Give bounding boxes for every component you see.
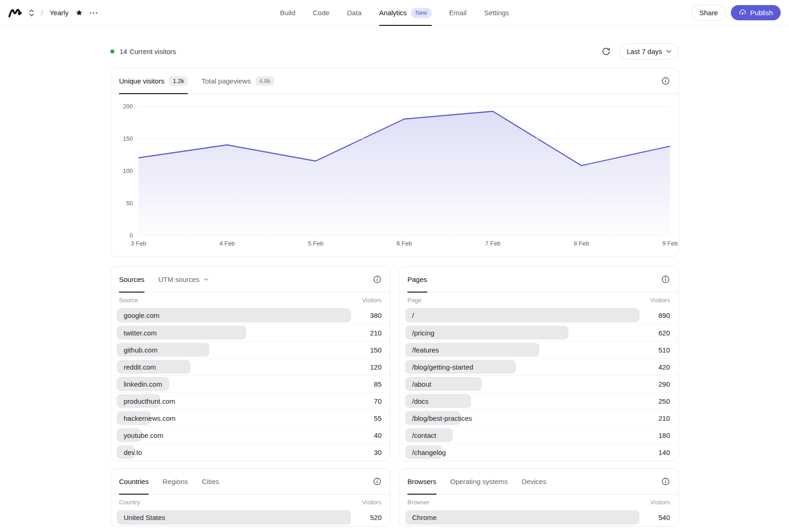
table-row-linkedin-com[interactable]: linkedin.com85 [111, 375, 390, 392]
metric-tab-total-pageviews[interactable]: Total pageviews4.8k [202, 68, 274, 94]
tab-cities[interactable]: Cities [202, 469, 219, 495]
tab-label: Countries [119, 478, 149, 485]
tab-label: Operating systems [450, 478, 508, 485]
nav-tab-data[interactable]: Data [347, 0, 362, 26]
table-row-producthunt-com[interactable]: producthunt.com70 [111, 392, 390, 409]
refresh-icon[interactable] [601, 47, 611, 56]
table-row-blog-best-practices[interactable]: /blog/best-practices210 [399, 409, 678, 426]
table-row-twitter-com[interactable]: twitter.com210 [111, 324, 390, 341]
row-label: /blog/best-practices [407, 414, 472, 422]
nav-actions: Share Publish [691, 5, 781, 21]
nav-tab-build[interactable]: Build [280, 0, 295, 26]
table-row-youtube-com[interactable]: youtube.com40 [111, 426, 390, 443]
visitors-chart-card: Unique visitors1.2kTotal pageviews4.8k 0… [110, 68, 679, 257]
row-label: /pricing [407, 329, 434, 337]
analytics-toolbar: 14 Current visitors Last 7 days [110, 43, 679, 60]
row-value: 120 [370, 363, 382, 371]
tab-utm-sources[interactable]: UTM sources [158, 267, 209, 293]
new-badge: New [411, 8, 432, 18]
col-value: Visitors [651, 499, 670, 506]
table-row-chrome[interactable]: Chrome540 [399, 509, 678, 526]
nav-tab-code[interactable]: Code [313, 0, 329, 26]
info-icon[interactable] [373, 275, 382, 284]
live-indicator-dot [110, 49, 114, 54]
project-name[interactable]: Yearly [49, 9, 68, 17]
col-value: Visitors [362, 499, 382, 506]
nav-tabs: BuildCodeDataAnalyticsNewEmailSettings [280, 0, 509, 26]
share-button[interactable]: Share [691, 5, 726, 21]
tab-operating-systems[interactable]: Operating systems [450, 469, 508, 495]
table-row-about[interactable]: /about290 [399, 375, 678, 392]
table-row-[interactable]: /890 [399, 307, 678, 324]
metric-tab-unique-visitors[interactable]: Unique visitors1.2k [119, 68, 188, 94]
col-label: Browser [407, 499, 430, 506]
gridline-100 [138, 171, 670, 171]
row-label: google.com [119, 311, 160, 319]
table-row-reddit-com[interactable]: reddit.com120 [111, 358, 390, 375]
row-label: youtube.com [119, 431, 163, 439]
nav-tab-label: Code [313, 9, 329, 17]
chart-card-header: Unique visitors1.2kTotal pageviews4.8k [111, 68, 678, 94]
row-bar [405, 510, 640, 525]
tab-countries[interactable]: Countries [119, 469, 149, 495]
row-bar [405, 308, 640, 323]
table-row-contact[interactable]: /contact180 [399, 426, 678, 443]
x-tick-label: 8 Feb [574, 240, 589, 247]
app-logo-icon[interactable] [8, 7, 22, 19]
table-row-united-states[interactable]: United States520 [111, 509, 390, 526]
countries-card: CountriesRegionsCitiesCountryVisitorsUni… [110, 468, 390, 526]
table-row-hackernews-com[interactable]: hackernews.com55 [111, 409, 390, 426]
chevron-down-icon [204, 278, 209, 281]
tab-regions[interactable]: Regions [162, 469, 188, 495]
col-label: Country [119, 499, 140, 506]
row-value: 250 [658, 397, 670, 405]
info-icon[interactable] [373, 477, 382, 486]
table-row-docs[interactable]: /docs250 [399, 392, 678, 409]
tab-label: Browsers [407, 478, 436, 485]
publish-button[interactable]: Publish [731, 5, 781, 20]
tab-sources[interactable]: Sources [119, 267, 144, 293]
x-tick-label: 4 Feb [219, 240, 234, 247]
nav-tab-label: Settings [484, 9, 509, 17]
row-value: 380 [370, 311, 382, 319]
table-row-pricing[interactable]: /pricing620 [399, 324, 678, 341]
date-range-select[interactable]: Last 7 days [619, 43, 679, 60]
tab-devices[interactable]: Devices [522, 469, 546, 495]
bottom-cards-row: CountriesRegionsCitiesCountryVisitorsUni… [110, 468, 679, 526]
card-pages-header: Pages [399, 267, 678, 293]
tab-browsers[interactable]: Browsers [407, 469, 436, 495]
row-value: 890 [658, 311, 670, 319]
row-label: / [407, 311, 414, 319]
nav-tab-label: Analytics [379, 9, 407, 17]
browsers-card: BrowsersOperating systemsDevicesBrowserV… [399, 468, 679, 526]
col-label: Page [407, 297, 421, 304]
table-row-blog-getting-started[interactable]: /blog/getting-started420 [399, 358, 678, 375]
current-visitors-label: Current visitors [130, 48, 176, 55]
table-row-dev-to[interactable]: dev.to30 [111, 443, 390, 460]
breadcrumb-separator: / [41, 9, 43, 17]
info-icon[interactable] [661, 77, 670, 85]
more-menu-icon[interactable] [90, 12, 98, 14]
nav-tab-email[interactable]: Email [449, 0, 467, 26]
info-icon[interactable] [661, 275, 670, 284]
chart-body: 050100150200 3 Feb4 Feb5 Feb6 F [111, 94, 678, 257]
favorite-star-icon[interactable] [75, 9, 83, 17]
table-row-features[interactable]: /features510 [399, 341, 678, 358]
x-tick-label: 5 Feb [308, 240, 323, 247]
gridline-200 [138, 106, 670, 107]
row-value: 420 [658, 363, 670, 371]
row-label: twitter.com [119, 329, 157, 337]
table-row-changelog[interactable]: /changelog140 [399, 443, 678, 460]
y-tick-label: 50 [126, 200, 133, 207]
nav-tab-analytics[interactable]: AnalyticsNew [379, 0, 432, 26]
nav-tab-settings[interactable]: Settings [484, 0, 509, 26]
tab-pages[interactable]: Pages [407, 267, 427, 293]
row-value: 540 [658, 514, 670, 521]
row-label: United States [119, 514, 165, 521]
table-row-github-com[interactable]: github.com150 [111, 341, 390, 358]
project-switcher-icon[interactable] [29, 9, 35, 17]
info-icon[interactable] [661, 477, 670, 486]
table-row-google-com[interactable]: google.com380 [111, 307, 390, 324]
middle-cards-row: SourcesUTM sourcesSourceVisitorsgoogle.c… [110, 266, 679, 461]
row-label: reddit.com [119, 363, 156, 371]
